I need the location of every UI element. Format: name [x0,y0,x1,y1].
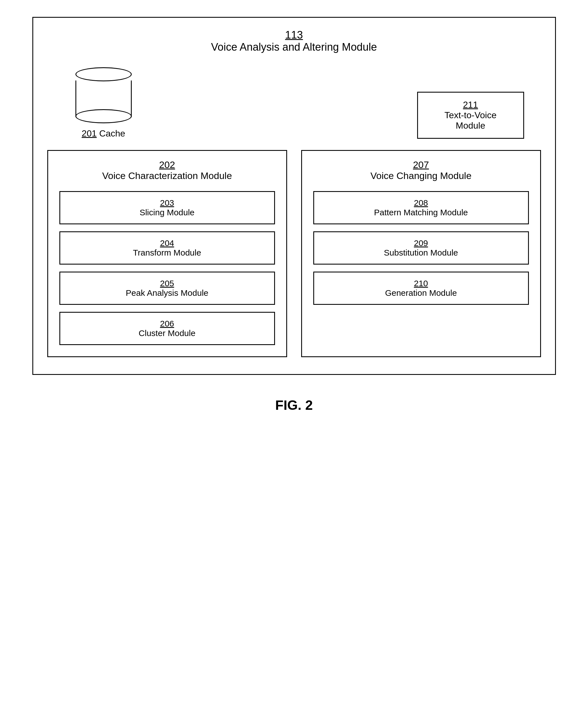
voice-change-module-title: 207 Voice Changing Module [313,159,529,181]
peak-analysis-module-label: Peak Analysis Module [126,288,208,298]
slicing-module-box: 203 Slicing Module [59,191,275,224]
transform-module-ref: 204 [69,238,266,248]
substitution-module-box: 209 Substitution Module [313,231,529,265]
cache-container: 201 Cache [64,67,143,139]
peak-analysis-module-box: 205 Peak Analysis Module [59,272,275,305]
cylinder-bottom-ellipse [75,109,132,123]
substitution-module-ref: 209 [323,238,520,248]
slicing-module-label: Slicing Module [140,208,195,217]
cluster-module-ref: 206 [69,319,266,329]
generation-module-box: 210 Generation Module [313,272,529,305]
pattern-matching-module-box: 208 Pattern Matching Module [313,191,529,224]
cluster-module-label: Cluster Module [139,329,196,338]
generation-module-ref: 210 [323,279,520,288]
voice-char-module-title: 202 Voice Characterization Module [59,159,275,181]
ttv-module-ref: 211 [429,100,512,110]
voice-change-module-label: Voice Changing Module [370,170,471,181]
outer-module-box: 113 Voice Analysis and Altering Module 2… [32,17,556,375]
cluster-module-box: 206 Cluster Module [59,312,275,345]
diagram-wrapper: 113 Voice Analysis and Altering Module 2… [27,17,561,413]
voice-char-module-label: Voice Characterization Module [102,170,232,181]
transform-module-box: 204 Transform Module [59,231,275,265]
cylinder-top [75,67,132,81]
bottom-row: 202 Voice Characterization Module 203 Sl… [47,150,541,357]
outer-module-ref: 113 [47,29,541,41]
voice-char-module-ref: 202 [59,159,275,170]
peak-analysis-module-ref: 205 [69,279,266,288]
cylinder-body [75,80,132,117]
cache-name: Cache [99,128,125,138]
figure-caption: FIG. 2 [275,397,313,413]
cache-label: 201 Cache [81,128,125,139]
pattern-matching-module-ref: 208 [323,198,520,208]
slicing-module-ref: 203 [69,198,266,208]
cache-ref: 201 [81,128,97,138]
ttv-module-label: Text-to-Voice Module [445,110,496,131]
pattern-matching-module-label: Pattern Matching Module [374,208,468,217]
substitution-module-label: Substitution Module [384,248,458,257]
top-row: 201 Cache 211 Text-to-Voice Module [47,67,541,139]
ttv-module-box: 211 Text-to-Voice Module [417,92,524,139]
outer-module-label: Voice Analysis and Altering Module [211,41,377,53]
voice-char-module-box: 202 Voice Characterization Module 203 Sl… [47,150,287,357]
voice-change-module-box: 207 Voice Changing Module 208 Pattern Ma… [301,150,541,357]
outer-module-title: 113 Voice Analysis and Altering Module [47,29,541,53]
transform-module-label: Transform Module [133,248,201,257]
voice-change-module-ref: 207 [313,159,529,170]
cache-cylinder [75,67,132,117]
generation-module-label: Generation Module [385,288,457,298]
